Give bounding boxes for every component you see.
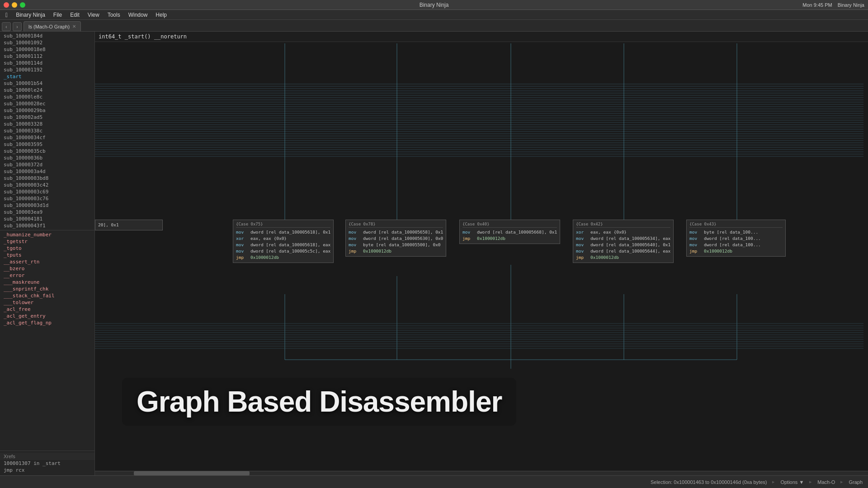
tab-label: ls (Mach-O Graph) xyxy=(28,24,70,29)
sidebar-item[interactable]: sub_10000029ba xyxy=(0,107,94,114)
status-sep2: ▸ xyxy=(809,479,812,485)
menu-file[interactable]: File xyxy=(50,11,66,19)
sidebar-item[interactable]: sub_10000le24 xyxy=(0,87,94,94)
node-line: mov dword [rel data_100005630], 0x0 xyxy=(349,235,443,242)
sidebar-item[interactable]: sub_10000le8c xyxy=(0,94,94,100)
sidebar-item-assert-rtn[interactable]: __assert_rtn xyxy=(0,258,94,265)
sidebar-item[interactable]: sub_10000338c xyxy=(0,127,94,134)
graph-node-case40[interactable]: {Case 0x40} mov dword [rel data_10000566… xyxy=(459,220,560,244)
sidebar-item-acl-free[interactable]: _acl_free xyxy=(0,306,94,313)
graph-canvas[interactable]: 20], 0x1 {Case 0x75} mov dword [rel data… xyxy=(95,43,868,475)
sidebar-item[interactable]: sub_10000003c76 xyxy=(0,195,94,202)
sidebar-item[interactable]: sub_100001092 xyxy=(0,39,94,46)
sidebar-item-acl-get-entry[interactable]: _acl_get_entry xyxy=(0,313,94,319)
sidebar-item[interactable]: sub_10000043f1 xyxy=(0,222,94,229)
sidebar-item[interactable]: sub_10000003d1d xyxy=(0,202,94,209)
graph-node-case43[interactable]: {Case 0x43} mov byte [rel data_100... mo… xyxy=(686,220,786,257)
overlay-text: Graph Based Disassembler xyxy=(104,364,868,439)
node-line: mov dword [rel data_100005618], 0x1 xyxy=(236,229,330,235)
graph-node-case78[interactable]: {Case 0x78} mov dword [rel data_10000565… xyxy=(345,220,446,257)
function-list[interactable]: sub_10000184d sub_100001092 sub_10000018… xyxy=(0,32,94,450)
tab-close-button[interactable]: ✕ xyxy=(72,24,76,29)
sidebar-item[interactable]: sub_10000028ec xyxy=(0,100,94,107)
sidebar-item[interactable]: sub_10000003c42 xyxy=(0,182,94,188)
menu-tools[interactable]: Tools xyxy=(104,11,124,19)
menu-view[interactable]: View xyxy=(84,11,103,19)
sidebar-item-tolower[interactable]: ___tolower xyxy=(0,299,94,306)
node-line: mov dword [rel data_100005668], 0x1 xyxy=(462,229,557,235)
sidebar-item-start[interactable]: _start xyxy=(0,73,94,80)
xrefs-section: Xrefs 100001307 in _start jmp rcx xyxy=(0,450,94,475)
options-button[interactable]: Options ▼ xyxy=(780,479,804,485)
sidebar-item-tgetstr[interactable]: _tgetstr xyxy=(0,238,94,245)
graph-node-partial[interactable]: 20], 0x1 xyxy=(95,220,163,230)
sidebar-item[interactable]: sub_10000018e8 xyxy=(0,46,94,53)
xrefs-header: Xrefs xyxy=(0,453,94,460)
node-line: jmp 0x1000012db xyxy=(576,254,670,261)
status-sep1: ▸ xyxy=(772,479,775,485)
sidebar-item[interactable]: sub_100001b54 xyxy=(0,80,94,87)
sidebar-item[interactable]: sub_100001192 xyxy=(0,66,94,73)
sidebar-item[interactable]: sub_10000036b xyxy=(0,155,94,161)
sidebar-item[interactable]: sub_10000003c69 xyxy=(0,188,94,195)
menu-window[interactable]: Window xyxy=(125,11,151,19)
sidebar-item-tputs[interactable]: _tputs xyxy=(0,252,94,258)
hscrollbar[interactable] xyxy=(95,471,868,475)
sidebar-item-humanize[interactable]: _humanize_number xyxy=(0,231,94,238)
menu-help[interactable]: Help xyxy=(152,11,170,19)
sidebar-item[interactable]: sub_100003328 xyxy=(0,121,94,127)
xref-item[interactable]: 100001307 in _start xyxy=(0,460,94,467)
sidebar-item-snprintf[interactable]: ___snprintf_chk xyxy=(0,286,94,292)
status-sep3: ▸ xyxy=(840,479,843,485)
sidebar-item[interactable]: sub_100004181 xyxy=(0,216,94,222)
sidebar-item[interactable]: sub_100002ad5 xyxy=(0,114,94,121)
sidebar-item[interactable]: sub_1000003a4d xyxy=(0,168,94,175)
node-header: {Case 0x43} xyxy=(689,222,783,228)
minimize-button[interactable] xyxy=(12,2,17,8)
sidebar-item-bzero[interactable]: __bzero xyxy=(0,265,94,272)
graph-node-case75[interactable]: {Case 0x75} mov dword [rel data_10000561… xyxy=(233,220,334,263)
sidebar-item[interactable]: sub_10000114d xyxy=(0,60,94,66)
menubar:  Binary Ninja File Edit View Tools Wind… xyxy=(0,10,868,20)
sidebar-item[interactable]: sub_100001112 xyxy=(0,53,94,60)
sidebar-item[interactable]: sub_10000372d xyxy=(0,161,94,168)
sidebar-item-stack-chk[interactable]: ___stack_chk_fail xyxy=(0,292,94,299)
node-line: jmp 0x1000012db xyxy=(349,248,443,254)
sidebar-item[interactable]: sub_10000034cf xyxy=(0,134,94,141)
graph-lines-svg xyxy=(95,43,868,475)
node-header: {Case 0x40} xyxy=(462,222,557,228)
graph-node-case42[interactable]: {Case 0x42} xor eax, eax {0x0} mov dword… xyxy=(573,220,674,263)
sidebar-item[interactable]: sub_10000035cb xyxy=(0,148,94,155)
statusbar-right: Selection: 0x100001463 to 0x10000146d (0… xyxy=(651,479,863,485)
sidebar-item[interactable]: sub_10000003bd8 xyxy=(0,175,94,182)
node-line: jmp 0x1000012db xyxy=(236,254,330,261)
sidebar-item-acl-get-flag[interactable]: _acl_get_flag_np xyxy=(0,319,94,326)
func-header-text: int64_t _start() __noreturn xyxy=(99,33,187,40)
app-name-display: Binary Ninja xyxy=(838,2,864,8)
sidebar-item[interactable]: sub_100003595 xyxy=(0,141,94,148)
node-line: mov dword [rel data_100005618], eax xyxy=(236,242,330,248)
menu-edit[interactable]: Edit xyxy=(66,11,83,19)
node-line: xor eax, eax {0x0} xyxy=(576,229,670,235)
node-line: jmp 0x1000012db xyxy=(689,248,783,254)
tab-forward-button[interactable]: › xyxy=(13,22,22,31)
sidebar-item-maskreune[interactable]: ___maskreune xyxy=(0,279,94,286)
sidebar-item[interactable]: sub_10000184d xyxy=(0,33,94,39)
menu-binaryninja[interactable]: Binary Ninja xyxy=(12,11,49,19)
sidebar-item-error[interactable]: __error xyxy=(0,272,94,279)
node-line: mov dword [rel data_100... xyxy=(689,242,783,248)
fullscreen-button[interactable] xyxy=(20,2,25,8)
tab-graph[interactable]: ls (Mach-O Graph) ✕ xyxy=(24,21,81,31)
node-line: mov dword [rel data_100005c5c], eax xyxy=(236,248,330,254)
apple-menu[interactable]:  xyxy=(2,11,11,19)
close-button[interactable] xyxy=(4,2,9,8)
tab-back-button[interactable]: ‹ xyxy=(2,22,11,31)
hscrollbar-thumb[interactable] xyxy=(134,471,250,475)
sidebar-item[interactable]: sub_100003ea9 xyxy=(0,209,94,216)
view-info: Graph xyxy=(849,479,863,485)
tabbar: ‹ › ls (Mach-O Graph) ✕ xyxy=(0,20,868,32)
sidebar-item-tgoto[interactable]: _tgoto xyxy=(0,245,94,252)
xref-item-jmp[interactable]: jmp rcx xyxy=(0,467,94,474)
graph-area[interactable]: int64_t _start() __noreturn xyxy=(95,32,868,475)
node-line: mov dword [rel data_100005658], 0x1 xyxy=(349,229,443,235)
